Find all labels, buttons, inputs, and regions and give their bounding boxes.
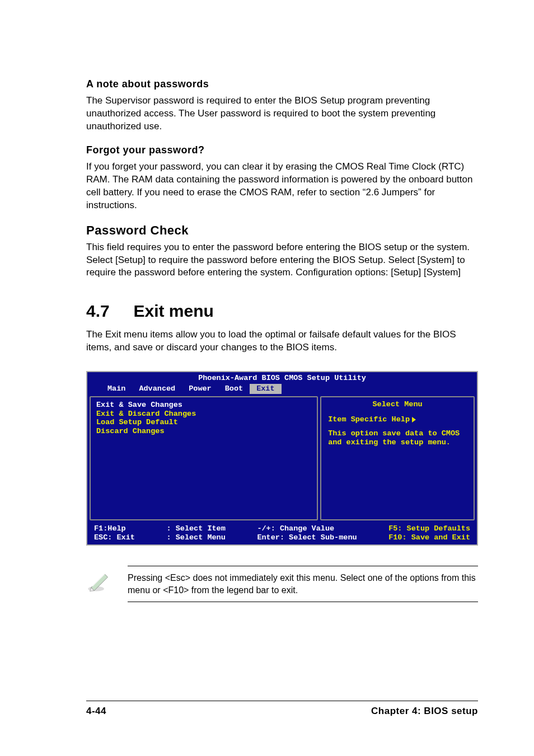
bios-menu-item-load-default: Load Setup Default — [96, 418, 311, 427]
bios-help-body: This option save data to CMOS and exitin… — [328, 429, 467, 447]
section-number: 4.7 — [86, 302, 131, 321]
note-content: Pressing <Esc> does not immediately exit… — [128, 566, 478, 602]
bios-tabs: Main Advanced Power Boot Exit — [87, 384, 477, 394]
bios-legend-col2: : Select Item : Select Menu — [166, 524, 225, 542]
section-title: Exit menu — [133, 302, 213, 320]
bios-tab-boot: Boot — [218, 384, 250, 394]
bios-legend-bar: F1:Help ESC: Exit : Select Item : Select… — [87, 523, 477, 544]
bios-legend-col3: -/+: Change Value Enter: Select Sub-menu — [257, 524, 357, 542]
paragraph-exit-menu: The Exit menu items allow you to load th… — [86, 328, 478, 354]
bios-help-panel: Select Menu Item Specific Help This opti… — [320, 396, 475, 520]
heading-forgot: Forgot your password? — [86, 144, 478, 156]
section-heading: 4.7 Exit menu — [86, 302, 478, 321]
pencil-note-icon — [86, 566, 111, 596]
bios-menu-item-exit-save: Exit & Save Changes — [96, 401, 311, 410]
paragraph-note-passwords: The Supervisor password is required to e… — [86, 95, 478, 133]
chapter-label: Chapter 4: BIOS setup — [371, 706, 478, 717]
bios-menu-panel: Exit & Save Changes Exit & Discard Chang… — [90, 396, 318, 520]
page-number: 4-44 — [86, 706, 106, 717]
bios-tab-advanced: Advanced — [132, 384, 182, 394]
heading-password-check: Password Check — [86, 223, 478, 238]
heading-note-passwords: A note about passwords — [86, 78, 478, 90]
page-footer: 4-44 Chapter 4: BIOS setup — [86, 701, 478, 717]
paragraph-forgot: If you forget your password, you can cle… — [86, 161, 478, 212]
bios-legend-col1: F1:Help ESC: Exit — [94, 524, 135, 542]
bios-tab-exit: Exit — [250, 384, 281, 394]
bios-menu-item-discard: Discard Changes — [96, 427, 311, 436]
note-box: Pressing <Esc> does not immediately exit… — [86, 566, 478, 602]
bios-help-label-text: Item Specific Help — [328, 415, 410, 424]
bios-title: Phoenix-Award BIOS CMOS Setup Utility — [87, 372, 477, 384]
bios-menu-item-exit-discard: Exit & Discard Changes — [96, 410, 311, 419]
bios-tab-power: Power — [182, 384, 218, 394]
bios-screenshot: Phoenix-Award BIOS CMOS Setup Utility Ma… — [86, 371, 478, 546]
bios-help-title: Select Menu — [328, 400, 467, 408]
bios-tab-main: Main — [101, 384, 132, 394]
bios-legend-col4: F5: Setup Defaults F10: Save and Exit — [388, 524, 470, 542]
paragraph-password-check: This field requires you to enter the pas… — [86, 241, 478, 280]
triangle-right-icon — [412, 417, 416, 422]
bios-help-label: Item Specific Help — [328, 415, 467, 424]
